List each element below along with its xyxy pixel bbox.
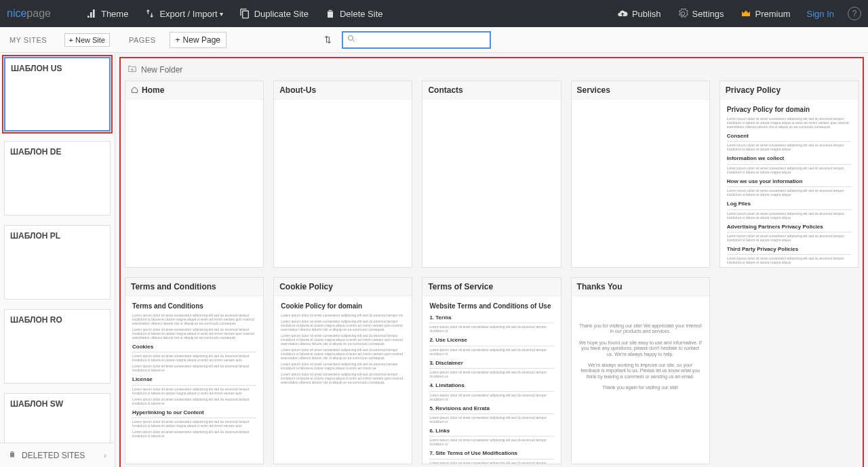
page-title: Cookie Policy bbox=[279, 282, 333, 291]
logo[interactable]: nicepage bbox=[7, 7, 51, 20]
page-card[interactable]: Privacy PolicyPrivacy Policy for domainL… bbox=[719, 81, 859, 268]
trash-icon bbox=[325, 8, 336, 20]
sidebar-header: MY SITES + New Site bbox=[0, 33, 115, 47]
page-title-bar: Contacts bbox=[422, 81, 560, 100]
site-name: ШАБЛОН RO bbox=[10, 315, 104, 325]
page-card[interactable]: Home bbox=[125, 81, 264, 268]
page-card[interactable]: Terms of ServiceWebsite Terms and Condit… bbox=[422, 277, 561, 464]
page-card[interactable]: Thanks YouThank you for visiting our sit… bbox=[571, 277, 710, 464]
chevron-right-icon: › bbox=[104, 451, 106, 460]
help-button[interactable]: ? bbox=[848, 7, 861, 20]
page-preview: Thank you for visiting our site! We appr… bbox=[572, 296, 709, 464]
cloud-upload-icon bbox=[617, 8, 628, 20]
site-name: ШАБЛОН SW bbox=[10, 399, 104, 409]
page-preview: Privacy Policy for domainLorem ipsum dol… bbox=[720, 100, 858, 267]
premium-button[interactable]: Premium bbox=[732, 0, 799, 27]
theme-icon bbox=[86, 8, 97, 20]
page-preview bbox=[572, 100, 709, 267]
export-import-icon bbox=[144, 8, 155, 20]
dropdown-caret-icon: ▾ bbox=[220, 10, 223, 18]
duplicate-label: Duplicate Site bbox=[254, 9, 309, 19]
content-outline: New Folder HomeAbout-UsContactsServicesP… bbox=[119, 57, 864, 467]
site-name: ШАБЛОН US bbox=[11, 64, 104, 73]
delete-label: Delete Site bbox=[340, 9, 383, 19]
plus-icon: + bbox=[176, 35, 180, 45]
page-title-bar: Terms of Service bbox=[422, 278, 560, 296]
page-title-bar: Privacy Policy bbox=[720, 81, 858, 100]
page-title-bar: Cookie Policy bbox=[274, 278, 412, 296]
gear-icon bbox=[677, 8, 688, 20]
page-preview bbox=[422, 100, 560, 267]
deleted-sites-button[interactable]: DELETED SITES › bbox=[0, 443, 115, 467]
export-import-button[interactable]: Export / Import ▾ bbox=[136, 0, 231, 27]
deleted-sites-label: DELETED SITES bbox=[22, 451, 85, 460]
page-card[interactable]: Cookie PolicyCookie Policy for domainLor… bbox=[273, 277, 412, 464]
export-import-label: Export / Import bbox=[159, 9, 217, 19]
sidebar: ШАБЛОН USШАБЛОН DEШАБЛОН PLШАБЛОН ROШАБЛ… bbox=[0, 53, 115, 467]
page-card[interactable]: Services bbox=[571, 81, 710, 268]
new-page-label: New Page bbox=[183, 35, 220, 45]
page-preview bbox=[125, 100, 263, 267]
new-site-button[interactable]: + New Site bbox=[64, 33, 110, 47]
site-card[interactable]: ШАБЛОН PL bbox=[4, 225, 111, 300]
site-name: ШАБЛОН DE bbox=[10, 147, 104, 157]
plus-icon: + bbox=[69, 36, 73, 44]
top-bar: nicepage Theme Export / Import ▾ Duplica… bbox=[0, 0, 868, 27]
page-preview: Terms and ConditionsLorem ipsum dolor si… bbox=[125, 296, 263, 464]
new-site-label: New Site bbox=[75, 36, 105, 44]
page-card[interactable]: Terms and ConditionsTerms and Conditions… bbox=[125, 277, 264, 464]
content: New Folder HomeAbout-UsContactsServicesP… bbox=[115, 53, 868, 467]
duplicate-site-button[interactable]: Duplicate Site bbox=[231, 0, 317, 27]
settings-button[interactable]: Settings bbox=[669, 0, 732, 27]
help-icon: ? bbox=[852, 9, 857, 18]
folder-plus-icon bbox=[127, 64, 137, 75]
delete-site-button[interactable]: Delete Site bbox=[317, 0, 391, 27]
sort-button[interactable]: ⇅ bbox=[321, 35, 335, 45]
site-name: ШАБЛОН PL bbox=[10, 231, 104, 241]
page-title: About-Us bbox=[279, 85, 316, 95]
search-input[interactable] bbox=[358, 35, 486, 45]
sites-list: ШАБЛОН USШАБЛОН DEШАБЛОН PLШАБЛОН ROШАБЛ… bbox=[0, 53, 115, 467]
search-box[interactable] bbox=[342, 31, 491, 49]
crown-icon bbox=[741, 8, 751, 20]
site-card[interactable]: ШАБЛОН DE bbox=[4, 141, 111, 216]
page-title-bar: About-Us bbox=[274, 81, 412, 100]
svg-point-0 bbox=[348, 36, 353, 41]
page-title: Services bbox=[577, 85, 610, 95]
publish-button[interactable]: Publish bbox=[609, 0, 669, 27]
page-title-bar: Thanks You bbox=[572, 278, 709, 296]
page-title: Home bbox=[142, 85, 164, 95]
new-folder-label: New Folder bbox=[141, 65, 182, 75]
page-title: Contacts bbox=[428, 85, 462, 95]
pages-grid: HomeAbout-UsContactsServicesPrivacy Poli… bbox=[125, 81, 859, 464]
signin-link[interactable]: Sign In bbox=[799, 0, 842, 27]
signin-label: Sign In bbox=[807, 9, 834, 19]
main: ШАБЛОН USШАБЛОН DEШАБЛОН PLШАБЛОН ROШАБЛ… bbox=[0, 53, 868, 467]
home-icon bbox=[131, 86, 138, 95]
publish-label: Publish bbox=[632, 9, 661, 19]
sort-icon: ⇅ bbox=[324, 35, 332, 45]
new-folder-button[interactable]: New Folder bbox=[125, 61, 859, 81]
site-card[interactable]: ШАБЛОН RO bbox=[4, 309, 111, 384]
svg-line-1 bbox=[352, 40, 354, 42]
page-card[interactable]: Contacts bbox=[422, 81, 561, 268]
second-bar: MY SITES + New Site PAGES + New Page ⇅ bbox=[0, 27, 868, 53]
page-title-bar: Home bbox=[125, 81, 263, 100]
page-card[interactable]: About-Us bbox=[273, 81, 412, 268]
page-title: Terms of Service bbox=[428, 282, 493, 291]
site-card[interactable]: ШАБЛОН US bbox=[4, 57, 111, 131]
theme-label: Theme bbox=[101, 9, 128, 19]
search-icon bbox=[347, 35, 355, 45]
settings-label: Settings bbox=[692, 9, 724, 19]
page-title-bar: Services bbox=[572, 81, 709, 100]
my-sites-label: MY SITES bbox=[9, 36, 47, 44]
premium-label: Premium bbox=[755, 9, 791, 19]
new-page-button[interactable]: + New Page bbox=[170, 32, 226, 48]
logo-part1: nice bbox=[7, 7, 26, 20]
duplicate-icon bbox=[239, 8, 250, 20]
page-title: Terms and Conditions bbox=[131, 282, 216, 291]
page-title-bar: Terms and Conditions bbox=[125, 278, 263, 296]
theme-button[interactable]: Theme bbox=[78, 0, 136, 27]
pages-label: PAGES bbox=[129, 36, 156, 44]
page-title: Privacy Policy bbox=[726, 85, 781, 95]
